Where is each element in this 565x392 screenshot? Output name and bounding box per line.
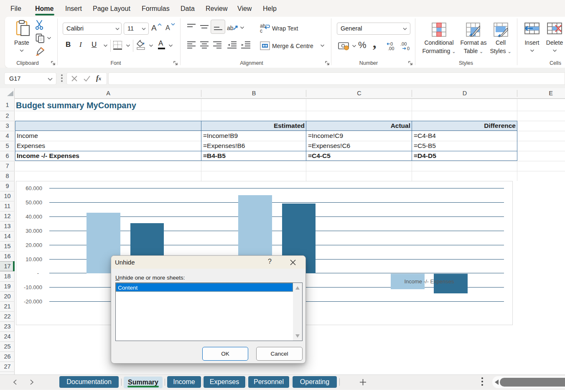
svg-text:.00: .00	[400, 41, 407, 46]
svg-text:.00: .00	[388, 46, 394, 51]
svg-text:c: c	[260, 28, 262, 33]
svg-text:0: 0	[407, 46, 410, 51]
svg-text:ab: ab	[227, 25, 234, 31]
